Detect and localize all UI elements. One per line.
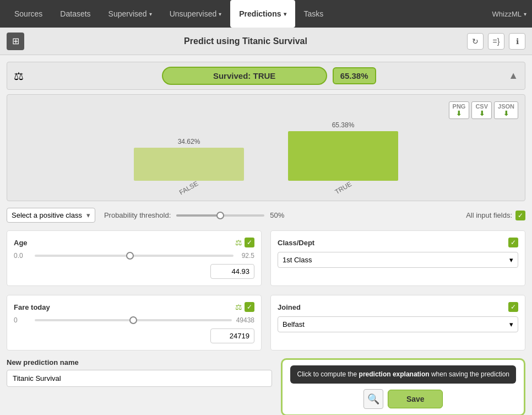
export-png-button[interactable]: PNG ⬇ bbox=[449, 101, 470, 119]
age-slider-row: 0.0 92.5 bbox=[14, 252, 254, 260]
bottom-row: New prediction name Click to compute the… bbox=[7, 358, 525, 415]
chevron-down-icon: ▾ bbox=[86, 211, 90, 219]
bar-false-rect bbox=[134, 148, 244, 181]
compute-explanation-button[interactable]: 🔍 bbox=[363, 389, 383, 409]
age-min-label: 0.0 bbox=[14, 252, 30, 260]
balance-icon[interactable]: ⚖ bbox=[235, 238, 242, 247]
prediction-result-percent: 65.38% bbox=[333, 67, 376, 84]
positive-class-select[interactable]: Select a positive class ▾ bbox=[7, 208, 95, 223]
bar-false-label: FALSE bbox=[178, 180, 199, 197]
probability-threshold-control: Probability threshold: 50% bbox=[104, 211, 284, 219]
format-icon[interactable]: =} bbox=[488, 33, 504, 50]
fare-max-label: 49438 bbox=[236, 316, 254, 324]
nav-predictions[interactable]: Predictions ▾ bbox=[230, 0, 295, 28]
collapse-icon[interactable]: ▲ bbox=[508, 70, 518, 82]
chevron-down-icon: ▾ bbox=[524, 11, 526, 17]
top-navigation: Sources Datasets Supervised ▾ Unsupervis… bbox=[0, 0, 532, 28]
refresh-icon[interactable]: ↻ bbox=[467, 33, 484, 50]
all-input-fields-checkbox[interactable]: ✓ bbox=[515, 211, 525, 220]
info-icon[interactable]: ℹ bbox=[509, 33, 525, 50]
nav-tasks[interactable]: Tasks bbox=[295, 0, 333, 28]
class-dept-value: 1st Class bbox=[283, 256, 312, 264]
workflow-icon[interactable]: ⊞ bbox=[7, 33, 24, 50]
download-arrow-icon: ⬇ bbox=[503, 110, 509, 117]
whizzml-menu[interactable]: WhizzML ▾ bbox=[492, 10, 526, 18]
controls-row: Select a positive class ▾ Probability th… bbox=[7, 208, 525, 223]
save-tooltip: Click to compute the prediction explanat… bbox=[290, 365, 516, 384]
toolbar-actions: ↻ =} ℹ bbox=[467, 33, 525, 50]
new-prediction-label: New prediction name bbox=[7, 358, 272, 367]
fare-slider-track[interactable] bbox=[35, 319, 232, 321]
class-dept-checkbox[interactable]: ✓ bbox=[508, 238, 518, 247]
new-prediction-input[interactable] bbox=[7, 370, 272, 387]
main-content: ⚖ Survived: TRUE 65.38% ▲ PNG ⬇ CSV ⬇ JS… bbox=[0, 55, 532, 415]
nav-datasets[interactable]: Datasets bbox=[51, 0, 99, 28]
export-csv-button[interactable]: CSV ⬇ bbox=[471, 101, 492, 119]
positive-class-dropdown[interactable]: Select a positive class ▾ bbox=[7, 208, 95, 223]
age-slider-track[interactable] bbox=[35, 255, 234, 257]
balance-icon[interactable]: ⚖ bbox=[235, 303, 242, 311]
class-dept-field-header: Class/Dept ✓ bbox=[278, 238, 518, 247]
download-arrow-icon: ⬇ bbox=[456, 110, 462, 117]
age-slider-thumb[interactable] bbox=[126, 252, 134, 260]
bar-true-percent: 65.38% bbox=[332, 121, 355, 129]
class-dept-select[interactable]: 1st Class ▾ bbox=[278, 252, 518, 268]
joined-value: Belfast bbox=[283, 320, 305, 328]
new-prediction-group: New prediction name bbox=[7, 358, 272, 387]
positive-class-placeholder: Select a positive class bbox=[12, 211, 82, 219]
all-input-fields-control: All input fields: ✓ bbox=[466, 211, 525, 220]
nav-sources[interactable]: Sources bbox=[6, 0, 51, 28]
fare-field-group: Fare today ⚖ ✓ 0 49438 bbox=[7, 295, 262, 351]
joined-field-icons: ✓ bbox=[508, 302, 518, 312]
prediction-result-row: ⚖ Survived: TRUE 65.38% ▲ bbox=[7, 62, 525, 90]
chart-bar-false: 34.62% FALSE bbox=[134, 138, 244, 192]
slider-thumb[interactable] bbox=[216, 212, 224, 219]
chevron-down-icon: ▾ bbox=[219, 11, 221, 17]
chevron-down-icon: ▾ bbox=[284, 11, 286, 17]
class-dept-field-label: Class/Dept bbox=[278, 239, 314, 247]
fare-field-checkbox[interactable]: ✓ bbox=[245, 302, 254, 312]
chart-area: PNG ⬇ CSV ⬇ JSON ⬇ 34.62% FALSE 65.38% T… bbox=[7, 94, 525, 201]
save-area: Click to compute the prediction explanat… bbox=[281, 358, 525, 415]
joined-select[interactable]: Belfast ▾ bbox=[278, 316, 518, 332]
fare-min-label: 0 bbox=[14, 316, 30, 324]
bar-false-percent: 34.62% bbox=[178, 138, 200, 145]
fields-grid: Age ⚖ ✓ 0.0 92.5 Class/Dept ✓ bbox=[7, 230, 525, 351]
threshold-slider[interactable] bbox=[176, 214, 264, 217]
slider-track bbox=[176, 214, 264, 217]
slider-fill bbox=[176, 214, 220, 217]
bar-true-rect bbox=[288, 131, 398, 181]
class-dept-field-group: Class/Dept ✓ 1st Class ▾ bbox=[270, 230, 525, 286]
export-json-button[interactable]: JSON ⬇ bbox=[494, 101, 518, 119]
age-field-header: Age ⚖ ✓ bbox=[14, 238, 254, 247]
class-dept-field-icons: ✓ bbox=[508, 238, 518, 247]
joined-checkbox[interactable]: ✓ bbox=[508, 302, 518, 312]
joined-field-group: Joined ✓ Belfast ▾ bbox=[270, 295, 525, 351]
joined-field-label: Joined bbox=[278, 303, 301, 311]
all-input-fields-label: All input fields: bbox=[466, 211, 512, 219]
fare-slider-thumb[interactable] bbox=[129, 316, 137, 324]
age-value-input[interactable] bbox=[210, 264, 254, 279]
probability-threshold-label: Probability threshold: bbox=[104, 211, 171, 219]
nav-supervised[interactable]: Supervised ▾ bbox=[100, 0, 161, 28]
prediction-result-label: Survived: TRUE bbox=[162, 67, 327, 85]
fare-value-input[interactable] bbox=[210, 328, 254, 343]
result-bar-container: Survived: TRUE 65.38% bbox=[29, 67, 508, 85]
prediction-chart: 34.62% FALSE 65.38% TRUE bbox=[16, 104, 516, 192]
page-title: Predict using Titanic Survival bbox=[24, 36, 467, 46]
bar-true-label: TRUE bbox=[333, 180, 352, 196]
save-button[interactable]: Save bbox=[388, 390, 443, 408]
age-field-icons: ⚖ ✓ bbox=[235, 238, 254, 247]
joined-field-header: Joined ✓ bbox=[278, 302, 518, 312]
chart-bar-true: 65.38% TRUE bbox=[288, 121, 398, 192]
fare-field-icons: ⚖ ✓ bbox=[235, 302, 254, 312]
age-field-label: Age bbox=[14, 239, 28, 247]
download-arrow-icon: ⬇ bbox=[479, 110, 485, 117]
threshold-value: 50% bbox=[270, 211, 284, 219]
chevron-down-icon: ▾ bbox=[509, 320, 513, 328]
age-field-checkbox[interactable]: ✓ bbox=[245, 238, 254, 247]
nav-unsupervised[interactable]: Unsupervised ▾ bbox=[161, 0, 231, 28]
fare-field-header: Fare today ⚖ ✓ bbox=[14, 302, 254, 312]
export-buttons: PNG ⬇ CSV ⬇ JSON ⬇ bbox=[449, 101, 518, 119]
fare-field-label: Fare today bbox=[14, 303, 50, 311]
